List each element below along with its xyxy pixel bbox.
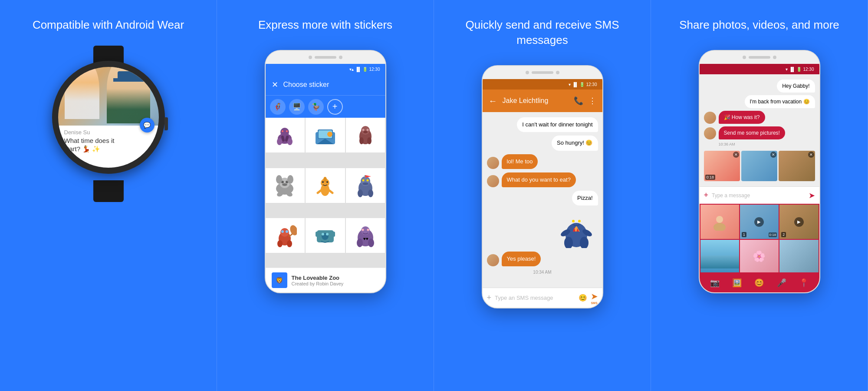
sms-app-bar: ← Jake Leichtling 📞 ⋮ (483, 89, 602, 112)
picker-flowers[interactable]: 🌸 (740, 240, 779, 272)
mic-bottom-icon[interactable]: 🎤 (777, 278, 786, 288)
sticker-3[interactable] (346, 118, 385, 152)
sms-contact-name: Jake Leichtling (503, 97, 569, 105)
msg-4-bubble: What do you want to eat? (502, 172, 576, 187)
section-share-title: Share photos, videos, and more (679, 17, 839, 33)
svg-point-21 (363, 131, 368, 133)
sticker-5[interactable] (306, 168, 345, 203)
share-phone-top (700, 51, 819, 64)
sticker-6[interactable] (346, 168, 385, 203)
sms-back-icon[interactable]: ← (489, 96, 497, 106)
close-icon[interactable]: ✕ (272, 80, 278, 89)
gallery-bottom-icon[interactable]: 🖼️ (732, 278, 742, 288)
svg-point-37 (323, 177, 327, 182)
watch-container: Denise Su What time does itstart? 💃 ✨ 💬 (48, 46, 169, 202)
share-timestamp: 10:36 AM (719, 142, 815, 146)
svg-point-17 (359, 137, 364, 144)
svg-point-42 (362, 179, 364, 182)
svg-point-79 (716, 216, 723, 223)
phone-top-bar (266, 51, 385, 64)
photo-thumb-1: ✕ 0:18 (704, 151, 740, 181)
msg-2-bubble: So hungry! 😊 (552, 136, 598, 150)
picker-selfie[interactable] (700, 205, 739, 239)
photo-close-1[interactable]: ✕ (733, 152, 739, 158)
svg-point-75 (572, 220, 575, 222)
svg-point-76 (578, 220, 581, 222)
svg-point-52 (286, 230, 288, 233)
svg-point-63 (357, 239, 363, 247)
svg-point-80 (713, 223, 726, 231)
sms-input[interactable]: Type an SMS message (495, 295, 575, 301)
svg-point-64 (368, 239, 374, 247)
sticker-4[interactable] (266, 168, 305, 203)
sticker-grid: ♥♥ (266, 118, 385, 268)
share-photo-grid: ✕ 0:18 ✕ ✕ (704, 151, 815, 181)
photo-close-2[interactable]: ✕ (770, 152, 776, 158)
svg-point-30 (287, 175, 293, 184)
share-phone: ▾▐▌🔋12:30 Hey Gabby! I'm back from vacat… (699, 50, 820, 293)
msg-6-avatar (487, 254, 499, 266)
photo-close-3[interactable]: ✕ (808, 152, 814, 158)
sms-send-btn[interactable]: ➤ SMS (591, 291, 598, 305)
msg-1-bubble: I can't wait for dinner tonight (517, 117, 598, 132)
watch-contact: Denise Su (64, 129, 153, 136)
sticker-pack-footer: 🦁 The Loveable Zoo Created by Robin Dave… (266, 268, 385, 292)
camera-bottom-icon[interactable]: 📷 (710, 278, 720, 288)
svg-point-35 (322, 181, 324, 183)
section-watch: Compatible with Android Wear De (0, 0, 217, 391)
share-status-bar: ▾▐▌🔋12:30 (700, 64, 819, 74)
sms-plus-icon[interactable]: + (487, 293, 492, 302)
sms-call-icon[interactable]: 📞 (574, 96, 583, 106)
sticker-cat-3[interactable]: 🦆 (308, 99, 324, 115)
msg-6-bubble: Yes please! (502, 252, 541, 266)
sticker-cat-1[interactable]: 🦸 (270, 99, 286, 115)
svg-point-7 (286, 130, 288, 132)
sticker-2[interactable] (306, 118, 345, 152)
sticker-cat-2[interactable]: 🖥️ (289, 99, 305, 115)
share-bottom-bar: 📷 🖼️ 😊 🎤 📍 (700, 273, 819, 292)
sticker-8[interactable] (306, 218, 345, 253)
picker-extra[interactable] (779, 240, 818, 272)
share-plus-icon[interactable]: + (704, 191, 709, 200)
msg-2: So hungry! 😊 (487, 136, 598, 150)
svg-point-49 (277, 240, 283, 247)
sticker-1[interactable] (266, 118, 305, 152)
share-msg-2: I'm back from vacation 😊 (704, 95, 815, 108)
emoji-bottom-icon[interactable]: 😊 (754, 278, 764, 288)
share-media-picker: 1 ▶ 0:18 2 ▶ 🌸 (700, 204, 819, 273)
msg-3-bubble: lol! Me too (502, 154, 538, 169)
svg-rect-56 (332, 232, 335, 237)
share-input[interactable]: Type a message (712, 192, 805, 199)
status-icons: ▾▴▐▌🔋 12:30 (349, 67, 380, 72)
sticker-cat-add[interactable]: + (327, 99, 343, 115)
sticker-7[interactable] (266, 218, 305, 253)
section-stickers: Express more with stickers ▾▴▐▌🔋 12:30 ✕… (217, 0, 434, 391)
msg-3-avatar (487, 157, 499, 169)
section-share: Share photos, videos, and more ▾▐▌🔋12:30… (651, 0, 868, 391)
share-speaker (749, 56, 770, 59)
sticker-phone: ▾▴▐▌🔋 12:30 ✕ Choose sticker 🦸 🖥️ 🦆 + (265, 50, 386, 293)
picker-ocean[interactable] (700, 240, 739, 272)
svg-point-58 (322, 233, 324, 235)
sms-status-bar: ▾▐▌🔋12:30 (483, 79, 602, 89)
phone-speaker (315, 56, 336, 59)
sms-more-icon[interactable]: ⋮ (589, 96, 596, 106)
sticker-category-bar: 🦸 🖥️ 🦆 + (266, 95, 385, 118)
sticker-pack-info: The Loveable Zoo Created by Robin Davey (292, 275, 344, 286)
picker-video-1[interactable]: 1 ▶ 0:18 (740, 205, 779, 239)
share-input-bar: + Type a message ➤ (700, 186, 819, 204)
share-send-btn[interactable]: ➤ (809, 191, 815, 200)
share-camera-2 (773, 56, 776, 59)
share-msg-4: Send me some pictures! (704, 126, 815, 139)
sticker-9[interactable]: ♥♥ (346, 218, 385, 253)
sms-emoji-icon[interactable]: 😊 (579, 294, 587, 302)
sticker-display (487, 209, 594, 248)
svg-point-40 (358, 189, 363, 197)
svg-point-2 (277, 138, 282, 145)
share-avatar-3 (704, 112, 716, 124)
sms-timestamp: 10:34 AM (487, 270, 598, 275)
msg-3: lol! Me too (487, 154, 598, 169)
picker-food[interactable]: 2 ▶ (779, 205, 818, 239)
sticker-app-bar: ✕ Choose sticker (266, 74, 385, 95)
location-bottom-icon[interactable]: 📍 (799, 278, 809, 288)
